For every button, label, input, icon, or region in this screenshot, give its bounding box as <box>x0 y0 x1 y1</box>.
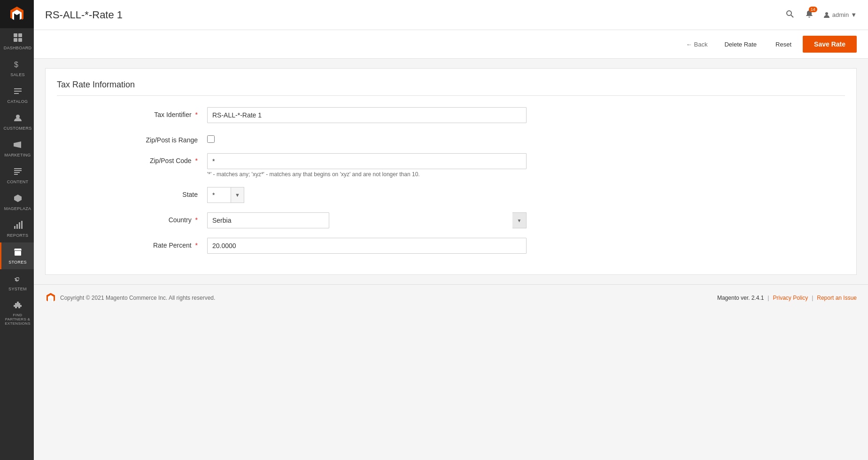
svg-text:$: $ <box>14 61 18 69</box>
system-icon <box>13 274 23 285</box>
reports-icon <box>13 220 23 231</box>
dashboard-icon <box>13 33 23 44</box>
sidebar-item-catalog[interactable]: CATALOG <box>0 82 34 109</box>
sales-icon: $ <box>13 60 23 70</box>
notification-badge: 14 <box>809 7 817 12</box>
country-select[interactable]: Serbia United States United Kingdom Germ… <box>207 212 329 228</box>
country-select-arrow-icon: ▼ <box>512 212 527 228</box>
mageplaza-icon <box>13 194 23 204</box>
back-button[interactable]: ← Back <box>681 37 713 52</box>
svg-rect-11 <box>14 226 16 229</box>
sidebar-item-sales-label: SALES <box>10 72 25 77</box>
back-arrow-icon: ← <box>686 41 692 48</box>
zip-code-row: Zip/Post Code * '*' - matches any; 'xyz*… <box>57 153 845 178</box>
rate-percent-row: Rate Percent * <box>57 238 845 254</box>
sidebar-item-extensions-label: FIND PARTNERS & EXTENSIONS <box>3 313 32 326</box>
sidebar-item-mageplaza-label: MAGEPLAZA <box>4 206 31 211</box>
sidebar-item-content-label: CONTENT <box>7 179 29 184</box>
notification-button[interactable]: 14 <box>803 8 815 22</box>
svg-rect-6 <box>14 168 22 169</box>
user-dropdown-icon: ▼ <box>851 11 857 18</box>
sidebar-item-sales[interactable]: $ SALES <box>0 55 34 82</box>
country-select-wrapper: Serbia United States United Kingdom Germ… <box>207 212 527 228</box>
svg-rect-9 <box>14 174 18 175</box>
reset-label: Reset <box>775 41 791 48</box>
delete-label: Delete Rate <box>724 41 757 48</box>
zip-code-input[interactable] <box>207 153 527 169</box>
svg-marker-10 <box>14 195 22 202</box>
sidebar-logo <box>0 0 34 28</box>
zip-code-field: '*' - matches any; 'xyz*' - matches any … <box>207 153 527 178</box>
rate-percent-field <box>207 238 527 254</box>
sidebar-item-content[interactable]: CONTENT <box>0 162 34 189</box>
svg-rect-2 <box>14 38 17 42</box>
required-marker-rate: * <box>195 242 198 249</box>
user-label: admin <box>832 11 849 18</box>
customers-icon <box>13 113 23 124</box>
zip-code-label: Zip/Post Code * <box>57 153 207 164</box>
sidebar-item-marketing-label: MARKETING <box>4 153 31 157</box>
search-button[interactable] <box>783 8 796 22</box>
sidebar-item-stores[interactable]: STORES <box>0 242 34 269</box>
reset-button[interactable]: Reset <box>768 37 799 52</box>
header-right: 14 admin ▼ <box>783 8 857 22</box>
svg-rect-0 <box>14 33 17 37</box>
delete-rate-button[interactable]: Delete Rate <box>717 37 764 52</box>
state-dropdown-button[interactable]: ▼ <box>231 187 244 203</box>
state-field: * ▼ <box>207 187 527 203</box>
svg-line-18 <box>791 15 793 17</box>
rate-percent-input[interactable] <box>207 238 527 254</box>
save-rate-button[interactable]: Save Rate <box>803 36 857 53</box>
footer-left: Copyright © 2021 Magento Commerce Inc. A… <box>45 292 215 304</box>
svg-rect-14 <box>21 221 23 229</box>
sidebar-item-customers[interactable]: CUSTOMERS <box>0 109 34 135</box>
page-title: RS-ALL-*-Rate 1 <box>45 9 123 21</box>
sidebar-item-catalog-label: CATALOG <box>8 99 28 104</box>
country-field: Serbia United States United Kingdom Germ… <box>207 212 527 228</box>
marketing-icon <box>13 140 23 151</box>
sidebar-item-customers-label: CUSTOMERS <box>3 126 31 131</box>
svg-point-17 <box>787 11 791 16</box>
save-label: Save Rate <box>814 40 845 48</box>
content-area: ← Back Delete Rate Reset Save Rate Tax R… <box>34 30 868 460</box>
sidebar-item-marketing[interactable]: MARKETING <box>0 135 34 162</box>
rate-percent-label: Rate Percent * <box>57 238 207 249</box>
catalog-icon <box>13 86 23 97</box>
form-container: Tax Rate Information Tax Identifier * Zi… <box>45 68 857 275</box>
zip-range-field <box>207 133 527 143</box>
footer-version: Magento ver. 2.4.1 <box>717 295 764 301</box>
sidebar-item-system[interactable]: SYSTEM <box>0 269 34 296</box>
tax-identifier-row: Tax Identifier * <box>57 107 845 123</box>
required-marker: * <box>195 111 198 118</box>
main-content: RS-ALL-*-Rate 1 14 admin ▼ <box>34 0 868 460</box>
svg-rect-12 <box>16 224 18 229</box>
sidebar-item-mageplaza[interactable]: MAGEPLAZA <box>0 189 34 216</box>
footer: Copyright © 2021 Magento Commerce Inc. A… <box>34 284 868 311</box>
svg-rect-7 <box>14 170 22 171</box>
zip-code-hint: '*' - matches any; 'xyz*' - matches any … <box>207 171 527 178</box>
required-marker-country: * <box>195 216 198 224</box>
footer-separator: | <box>767 295 769 301</box>
sidebar-item-reports[interactable]: REPORTS <box>0 216 34 242</box>
svg-point-19 <box>825 12 828 15</box>
sidebar-item-dashboard-label: DASHBOARD <box>4 46 32 50</box>
user-menu-button[interactable]: admin ▼ <box>823 11 857 19</box>
sidebar-item-extensions[interactable]: FIND PARTNERS & EXTENSIONS <box>0 296 34 330</box>
zip-range-checkbox[interactable] <box>207 135 215 143</box>
svg-rect-16 <box>16 253 19 256</box>
country-label: Country * <box>57 212 207 224</box>
tax-identifier-input[interactable] <box>207 107 527 123</box>
state-row: State * ▼ <box>57 187 845 203</box>
footer-right: Magento ver. 2.4.1 | Privacy Policy | Re… <box>717 295 857 301</box>
state-text-value: * <box>207 187 231 203</box>
content-icon <box>13 167 23 178</box>
svg-point-5 <box>16 115 20 118</box>
state-group: * ▼ <box>207 187 527 203</box>
footer-copyright: Copyright © 2021 Magento Commerce Inc. A… <box>60 295 215 301</box>
sidebar-item-dashboard[interactable]: DASHBOARD <box>0 28 34 55</box>
country-row: Country * Serbia United States United Ki… <box>57 212 845 228</box>
svg-rect-1 <box>18 33 22 37</box>
tax-identifier-field <box>207 107 527 123</box>
privacy-policy-link[interactable]: Privacy Policy <box>773 295 808 301</box>
report-issue-link[interactable]: Report an Issue <box>817 295 857 301</box>
